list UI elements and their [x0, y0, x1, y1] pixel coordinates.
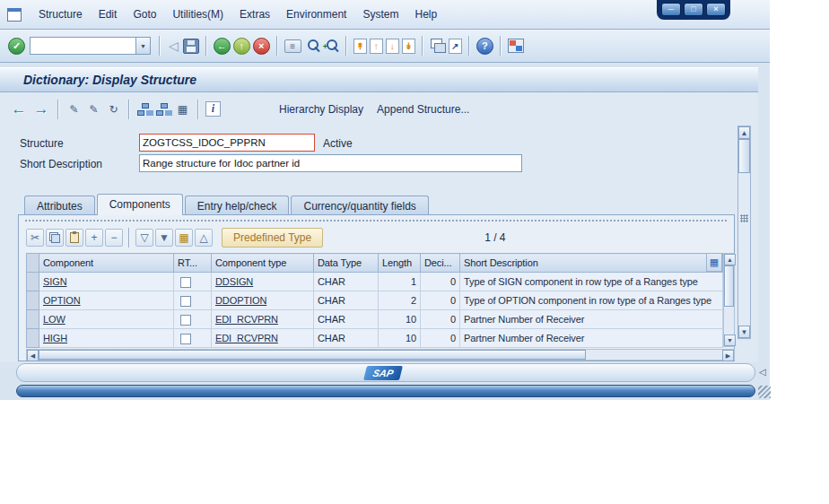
- cell-component[interactable]: LOW: [39, 310, 174, 329]
- row-selector[interactable]: [27, 329, 39, 348]
- cell-component[interactable]: HIGH: [39, 329, 174, 348]
- cell-component-type[interactable]: DDSIGN: [212, 273, 314, 291]
- cell-decimals[interactable]: 0: [421, 291, 460, 310]
- rt-checkbox[interactable]: [180, 334, 191, 344]
- menu-extras[interactable]: Extras: [231, 6, 278, 22]
- append-structure-button[interactable]: Append Structure...: [371, 100, 475, 118]
- tab-entry-help-check[interactable]: Entry help/check: [185, 196, 290, 215]
- cell-description[interactable]: Type of SIGN component in row type of a …: [460, 273, 723, 291]
- forward-arrow-icon[interactable]: →: [31, 100, 51, 118]
- last-page-icon[interactable]: ↡: [402, 39, 415, 54]
- tab-attributes[interactable]: Attributes: [24, 196, 95, 215]
- find-icon[interactable]: [304, 38, 320, 54]
- hierarchy-tree-icon[interactable]: [136, 102, 153, 117]
- short-description-input[interactable]: [139, 154, 522, 172]
- tab-components[interactable]: Components: [97, 194, 183, 215]
- splitter-grip[interactable]: [740, 214, 748, 222]
- menu-structure[interactable]: Structure: [31, 6, 91, 22]
- structure-input[interactable]: [139, 134, 315, 152]
- print-icon[interactable]: ≡: [284, 39, 301, 53]
- window-resize-grip[interactable]: [758, 386, 771, 398]
- scroll-up-button[interactable]: ▲: [724, 254, 736, 265]
- menu-utilities[interactable]: Utilities(M): [164, 6, 231, 22]
- component-link[interactable]: SIGN: [43, 276, 67, 287]
- paste-icon[interactable]: [65, 229, 83, 247]
- filter-down-icon[interactable]: ▽: [135, 229, 153, 247]
- col-rt[interactable]: RT...: [174, 254, 212, 273]
- row-selector[interactable]: [27, 291, 39, 310]
- cell-data-type[interactable]: CHAR: [314, 329, 379, 348]
- tab-currency-quantity-fields[interactable]: Currency/quantity fields: [291, 196, 428, 215]
- copy-icon[interactable]: [46, 229, 64, 247]
- cell-description[interactable]: Partner Number of Receiver: [460, 329, 723, 348]
- insert-row-icon[interactable]: +: [85, 229, 103, 247]
- cell-description[interactable]: Type of OPTION component in row type of …: [460, 291, 723, 310]
- col-data-type[interactable]: Data Type: [314, 254, 379, 273]
- cell-component-type[interactable]: EDI_RCVPRN: [212, 310, 314, 329]
- cell-data-type[interactable]: CHAR: [314, 291, 379, 310]
- menu-system[interactable]: System: [354, 6, 406, 22]
- command-dropdown-button[interactable]: ▼: [135, 37, 151, 55]
- rt-checkbox[interactable]: [180, 315, 191, 326]
- scroll-left-button[interactable]: ◀: [27, 350, 39, 361]
- filter-solid-icon[interactable]: ▼: [155, 229, 173, 247]
- sort-up-icon[interactable]: △: [195, 229, 213, 247]
- new-session-icon[interactable]: [430, 39, 446, 53]
- maximize-button[interactable]: □: [684, 3, 703, 16]
- table-horizontal-scrollbar[interactable]: ◀ ▶: [26, 349, 735, 361]
- component-type-link[interactable]: EDI_RCVPRN: [215, 333, 278, 343]
- cell-data-type[interactable]: CHAR: [314, 310, 379, 329]
- delete-row-icon[interactable]: −: [105, 229, 123, 247]
- next-page-icon[interactable]: ↓: [386, 39, 399, 54]
- menu-edit[interactable]: Edit: [91, 6, 126, 22]
- select-all-header[interactable]: [27, 254, 39, 273]
- cell-length[interactable]: 2: [379, 291, 421, 310]
- back-icon[interactable]: ←: [214, 38, 231, 55]
- grid-icon[interactable]: ▦: [175, 229, 193, 247]
- main-vertical-scrollbar[interactable]: ▲ ▼: [737, 126, 751, 339]
- component-link[interactable]: HIGH: [43, 333, 67, 343]
- menu-goto[interactable]: Goto: [125, 6, 164, 22]
- help-icon[interactable]: ?: [476, 38, 493, 55]
- scroll-right-button[interactable]: ▶: [722, 350, 734, 361]
- cell-component-type[interactable]: EDI_RCVPRN: [212, 329, 314, 348]
- customize-layout-icon[interactable]: [508, 39, 524, 53]
- scrollbar-thumb[interactable]: [724, 265, 734, 307]
- rt-checkbox[interactable]: [180, 296, 191, 307]
- component-type-link[interactable]: DDOPTION: [215, 295, 266, 306]
- row-selector[interactable]: [27, 310, 39, 329]
- table-vertical-scrollbar[interactable]: ▲ ▼: [723, 253, 735, 347]
- cell-component[interactable]: SIGN: [39, 273, 174, 291]
- col-component-type[interactable]: Component type: [212, 254, 314, 273]
- col-short-description[interactable]: Short Description: [460, 254, 723, 273]
- col-length[interactable]: Length: [379, 254, 421, 273]
- cell-length[interactable]: 10: [379, 329, 421, 348]
- row-selector[interactable]: [27, 273, 39, 291]
- cell-description[interactable]: Partner Number of Receiver: [460, 310, 723, 329]
- cell-data-type[interactable]: CHAR: [314, 273, 379, 291]
- display-change-icon[interactable]: ✎: [65, 100, 83, 117]
- table-graphic-icon[interactable]: ▦: [174, 100, 191, 117]
- scroll-up-button[interactable]: ▲: [738, 126, 750, 139]
- command-input[interactable]: [30, 37, 135, 55]
- cell-decimals[interactable]: 0: [421, 310, 460, 329]
- scrollbar-thumb[interactable]: [738, 139, 750, 173]
- first-page-icon[interactable]: ↟: [353, 39, 367, 54]
- cell-component-type[interactable]: DDOPTION: [212, 291, 314, 310]
- component-type-link[interactable]: EDI_RCVPRN: [215, 314, 278, 325]
- edit-icon[interactable]: ✎: [85, 100, 102, 117]
- panel-grip[interactable]: [24, 219, 729, 222]
- save-icon[interactable]: [183, 39, 199, 54]
- cell-component[interactable]: OPTION: [39, 291, 174, 310]
- exit-icon[interactable]: ↑: [233, 38, 250, 55]
- cell-length[interactable]: 1: [379, 273, 421, 291]
- org-chart-icon[interactable]: [155, 102, 171, 117]
- col-component[interactable]: Component: [39, 254, 174, 273]
- cell-decimals[interactable]: 0: [421, 329, 460, 348]
- previous-page-icon[interactable]: ↑: [370, 39, 383, 54]
- cancel-icon[interactable]: ×: [253, 38, 270, 55]
- back-outline-icon[interactable]: ◁: [167, 39, 180, 53]
- scroll-down-button[interactable]: ▼: [738, 326, 750, 338]
- info-icon[interactable]: i: [205, 101, 221, 117]
- col-decimals[interactable]: Deci...: [421, 254, 460, 273]
